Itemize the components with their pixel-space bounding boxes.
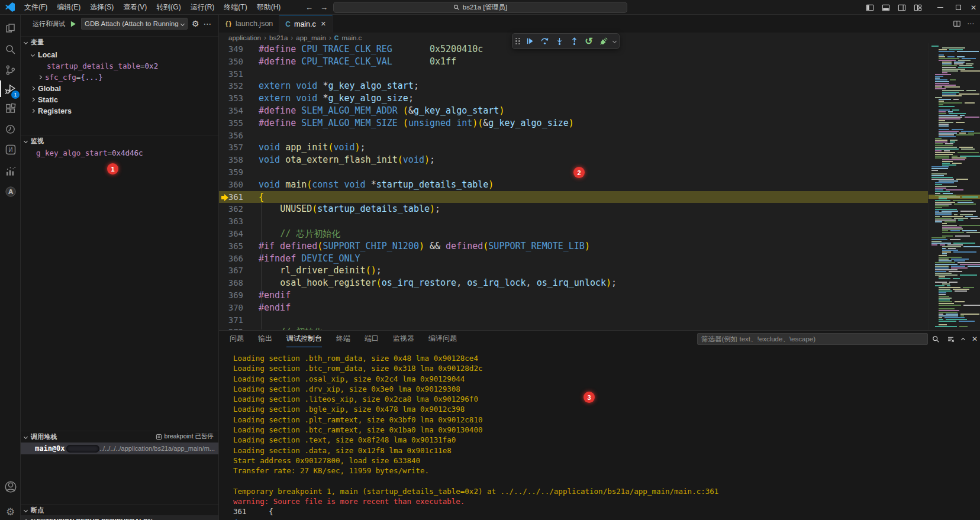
tab-launch-json[interactable]: {} launch.json [219, 15, 279, 33]
step-over-button[interactable] [538, 35, 551, 48]
console-filter-input[interactable] [697, 333, 928, 345]
stack-frame-row[interactable]: main@0x ../../../../application/bs21a/ap… [21, 443, 218, 454]
code-line[interactable]: 350#define CPU_TRACE_CLK_VAL 0x1ff [219, 56, 928, 68]
menu-item[interactable]: 选择(S) [85, 0, 118, 14]
variable-row[interactable]: startup_details_table = 0x2 [21, 60, 218, 72]
restore-button[interactable] [949, 0, 967, 15]
menu-item[interactable]: 查看(V) [118, 0, 151, 14]
extensions-icon[interactable] [0, 99, 21, 118]
collapse-panel-icon[interactable] [961, 338, 965, 342]
close-tab-icon[interactable]: ✕ [321, 20, 326, 28]
minimap[interactable] [928, 43, 980, 330]
step-out-button[interactable] [568, 35, 581, 48]
code-line[interactable]: 351 [219, 68, 928, 80]
code-line[interactable]: 360void main(const void *startup_details… [219, 179, 928, 191]
code-line[interactable]: 367 rl_driver_deinit(); [219, 264, 928, 277]
chart-extension-icon[interactable] [0, 162, 21, 180]
continue-button[interactable] [523, 35, 536, 48]
menu-item[interactable]: 编辑(E) [52, 0, 85, 14]
toggle-panel-icon[interactable] [882, 4, 890, 12]
code-line[interactable]: 364 // 芯片初始化 [219, 228, 928, 240]
code-line[interactable]: 363 [219, 215, 928, 228]
panel-tab-7[interactable]: 编译问题 [428, 331, 457, 347]
annotation-badge-3: 3 [584, 392, 595, 403]
code-line[interactable]: 369#endif [219, 289, 928, 302]
clock-extension-icon[interactable] [0, 119, 21, 138]
n-extension-icon[interactable]: И [0, 140, 21, 159]
code-line[interactable]: 355#define SLEM_ALGO_MEM_SIZE (unsigned … [219, 117, 928, 130]
nav-back-icon[interactable]: ← [305, 0, 313, 15]
settings-gear-icon[interactable]: ⚙ [0, 502, 21, 520]
panel-tab-6[interactable]: 监视器 [393, 331, 414, 347]
callstack-section-header[interactable]: 调用堆栈 breakpoint 已暂停 [21, 431, 218, 442]
code-line[interactable]: 356 [219, 130, 928, 142]
panel-tab-3[interactable]: 调试控制台 [286, 331, 322, 347]
menu-item[interactable]: 运行(R) [186, 0, 220, 14]
toggle-sidebar-icon[interactable] [866, 4, 874, 12]
code-line[interactable]: 357void app_init(void); [219, 141, 928, 154]
clear-console-icon[interactable] [947, 335, 955, 343]
chevron-down-icon[interactable] [612, 39, 617, 43]
more-actions-icon[interactable]: ⋯ [204, 19, 212, 28]
code-editor[interactable]: 349#define CPU_TRACE_CLK_REG 0x5200410c3… [219, 43, 980, 330]
tab-main-c[interactable]: C main.c ✕ [279, 15, 333, 33]
toolbar-drag-handle[interactable] [515, 38, 520, 45]
variables-scope-local[interactable]: Local [21, 49, 218, 60]
panel-tab-2[interactable]: 输出 [258, 331, 272, 347]
explorer-icon[interactable] [0, 18, 21, 37]
restart-button[interactable]: ↺ [582, 35, 595, 48]
ai-extension-icon[interactable]: A [0, 182, 21, 201]
code-line[interactable]: 366#ifndef DEVICE_ONLY [219, 253, 928, 265]
peripherals-section-header[interactable]: %EXTENSION.DEBUG.PERIPHERALS% [21, 515, 218, 520]
split-editor-icon[interactable] [953, 20, 961, 28]
code-line[interactable]: 353extern void *g_key_algo_size; [219, 92, 928, 105]
accounts-icon[interactable] [0, 477, 21, 496]
code-line[interactable]: 354#define SLEM_ALGO_MEM_ADDR (&g_key_al… [219, 105, 928, 117]
toggle-secondary-sidebar-icon[interactable] [898, 4, 906, 12]
menu-item[interactable]: 帮助(H) [252, 0, 286, 14]
variables-scope-static[interactable]: Static [21, 94, 218, 105]
code-line[interactable]: 361{ [219, 191, 928, 204]
editor-more-actions-icon[interactable]: ⋯ [967, 20, 974, 28]
disconnect-button[interactable] [597, 35, 610, 48]
console-line: Loading section .bgle_xip, size 0x478 lm… [233, 404, 980, 414]
run-and-debug-icon[interactable]: 1 [0, 79, 21, 98]
configure-gear-icon[interactable]: ⚙ [192, 19, 199, 28]
variable-row[interactable]: sfc_cfg = {...} [21, 72, 218, 83]
start-debug-icon[interactable] [69, 20, 77, 28]
source-control-icon[interactable] [0, 60, 21, 79]
customize-layout-icon[interactable] [914, 4, 922, 12]
panel-tab-1[interactable]: 问题 [230, 331, 244, 347]
code-line[interactable]: 370#endif [219, 302, 928, 314]
console-line: Temporary breakpoint 1, main (startup_de… [233, 486, 980, 496]
minimize-button[interactable] [931, 0, 949, 15]
watch-section-header[interactable]: 监视 [21, 135, 218, 146]
code-line[interactable]: 365#if defined(SUPPORT_CHIP_N1200) && de… [219, 240, 928, 253]
code-line[interactable]: 371 [219, 314, 928, 327]
close-panel-icon[interactable]: ✕ [972, 335, 978, 343]
nav-forward-icon[interactable]: → [320, 0, 328, 15]
code-line[interactable]: 368 osal_hook_register(os_irq_restore, o… [219, 277, 928, 289]
search-icon[interactable] [932, 335, 940, 343]
watch-row[interactable]: g_key_algo_start = 0x4d46c [21, 147, 218, 159]
debug-config-select[interactable]: GDB Attach (Attach to Running Proc [81, 18, 188, 30]
menu-item[interactable]: 文件(F) [20, 0, 52, 14]
panel-tab-5[interactable]: 端口 [365, 331, 379, 347]
variables-section-header[interactable]: 变量 [21, 36, 218, 47]
chevron-right-icon [31, 86, 35, 91]
search-icon[interactable] [0, 40, 21, 59]
breakpoints-section-header[interactable]: 断点 [21, 504, 218, 515]
step-into-button[interactable] [553, 35, 566, 48]
code-line[interactable]: 372 // 初始化 [219, 326, 928, 330]
code-line[interactable]: 358void ota_extern_flash_init(void); [219, 154, 928, 166]
panel-tab-4[interactable]: 终端 [336, 331, 350, 347]
command-center-search[interactable]: bs21a [管理员] [333, 2, 627, 13]
menu-item[interactable]: 终端(T) [219, 0, 252, 14]
code-line[interactable]: 352extern void *g_key_algo_start; [219, 80, 928, 92]
close-window-button[interactable]: ✕ [967, 0, 980, 15]
variables-scope-registers[interactable]: Registers [21, 105, 218, 117]
variables-scope-global[interactable]: Global [21, 83, 218, 94]
code-line[interactable]: 362 UNUSED(startup_details_table); [219, 203, 928, 215]
menu-item[interactable]: 转到(G) [151, 0, 185, 14]
console-input-prompt[interactable] [233, 517, 980, 520]
